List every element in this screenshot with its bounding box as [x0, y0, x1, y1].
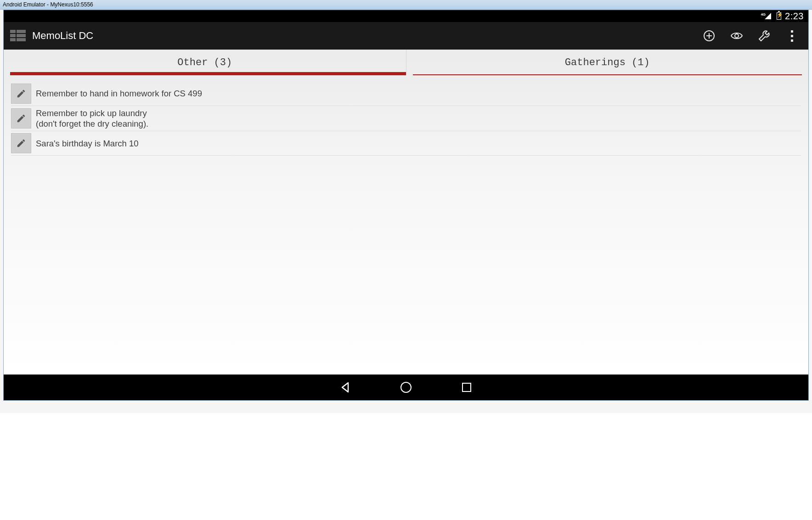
- edit-memo-button[interactable]: [11, 133, 31, 153]
- plus-circle-icon: [703, 29, 716, 42]
- edit-memo-button[interactable]: [11, 108, 31, 129]
- battery-icon: [777, 12, 781, 20]
- host-window-title: Android Emulator - MyNexus10:5556: [3, 1, 93, 8]
- list-item[interactable]: Remember to hand in homework for CS 499: [11, 82, 801, 106]
- signal-icon: [765, 13, 771, 19]
- svg-point-3: [735, 34, 739, 38]
- android-status-bar: 4G 2:23: [4, 10, 808, 22]
- overflow-icon: [791, 30, 793, 42]
- eye-icon: [730, 29, 743, 42]
- pencil-icon: [16, 113, 26, 123]
- tab-gatherings[interactable]: Gatherings (1): [406, 50, 809, 75]
- memo-list[interactable]: Remember to hand in homework for CS 499 …: [4, 75, 808, 156]
- nav-recents-button[interactable]: [461, 381, 473, 393]
- content-area: Other (3) Gatherings (1) Remember to han…: [4, 50, 808, 375]
- view-button[interactable]: [723, 24, 750, 47]
- tab-other[interactable]: Other (3): [4, 50, 406, 75]
- battery-indicator: [774, 12, 781, 20]
- signal-indicator: 4G: [761, 13, 771, 19]
- drawer-icon: [10, 30, 26, 42]
- nav-back-button[interactable]: [339, 381, 351, 393]
- app-action-bar: MemoList DC: [4, 22, 808, 50]
- android-nav-bar: [4, 375, 808, 400]
- host-window-background: [0, 413, 812, 520]
- list-item[interactable]: Sara's birthday is March 10: [11, 131, 801, 156]
- memo-text: Sara's birthday is March 10: [36, 138, 139, 149]
- drawer-toggle-button[interactable]: [6, 24, 29, 47]
- add-memo-button[interactable]: [695, 24, 723, 47]
- memo-text: Remember to hand in homework for CS 499: [36, 88, 202, 99]
- recents-icon: [462, 383, 471, 392]
- pencil-icon: [16, 138, 26, 148]
- host-window-titlebar: Android Emulator - MyNexus10:5556: [0, 0, 812, 10]
- wrench-icon: [758, 29, 771, 42]
- home-icon: [400, 382, 412, 393]
- app-title: MemoList DC: [32, 30, 93, 42]
- tab-label: Other (3): [177, 57, 232, 68]
- edit-memo-button[interactable]: [11, 84, 31, 104]
- tools-button[interactable]: [750, 24, 778, 47]
- tab-strip: Other (3) Gatherings (1): [4, 50, 808, 75]
- tab-label: Gatherings (1): [565, 57, 650, 68]
- back-icon: [339, 381, 351, 393]
- pencil-icon: [16, 89, 26, 99]
- network-type-label: 4G: [761, 12, 766, 17]
- overflow-menu-button[interactable]: [778, 24, 806, 47]
- status-bar-clock: 2:23: [785, 11, 804, 22]
- memo-text: Remember to pick up laundry (don't forge…: [36, 108, 148, 129]
- emulator-frame: 4G 2:23 MemoList DC: [3, 10, 809, 401]
- list-item[interactable]: Remember to pick up laundry (don't forge…: [11, 106, 801, 131]
- nav-home-button[interactable]: [400, 381, 412, 393]
